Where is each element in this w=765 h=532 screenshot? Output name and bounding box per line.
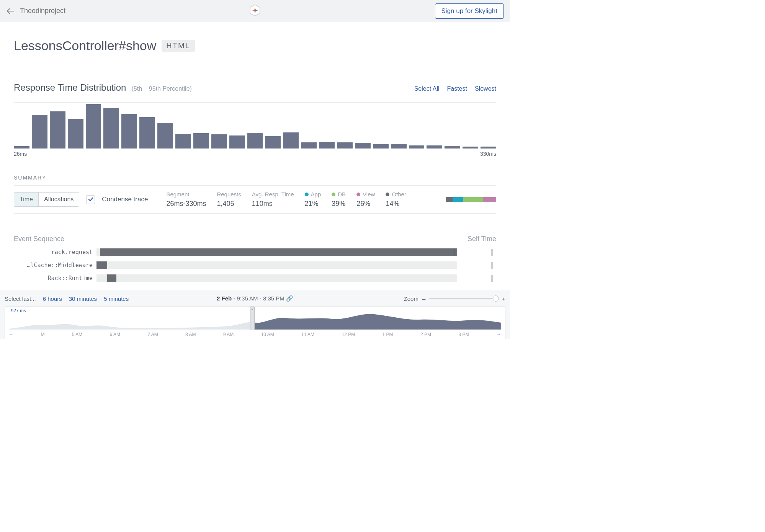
summary-stacked-bar bbox=[446, 197, 496, 202]
histogram-bar[interactable] bbox=[247, 133, 263, 149]
histogram-bar[interactable] bbox=[481, 147, 496, 149]
col-db-v: 39% bbox=[332, 200, 346, 208]
preset-5m[interactable]: 5 minutes bbox=[104, 295, 129, 302]
col-segment-h: Segment bbox=[166, 191, 206, 197]
histogram-bar[interactable] bbox=[50, 111, 65, 149]
timeline-tick: 8 AM bbox=[185, 332, 196, 337]
zoom-slider[interactable] bbox=[429, 298, 498, 299]
event-sequence-label: Event Sequence bbox=[14, 235, 64, 243]
distribution-heading: Response Time Distribution (5th – 95th P… bbox=[14, 82, 496, 93]
select-all-link[interactable]: Select All bbox=[414, 85, 440, 92]
histogram-bar[interactable] bbox=[68, 119, 83, 149]
summary-label: SUMMARY bbox=[14, 175, 496, 181]
histogram-bar[interactable] bbox=[283, 132, 299, 149]
histogram-bar[interactable] bbox=[463, 147, 478, 149]
histogram-bar[interactable] bbox=[319, 142, 335, 149]
histogram[interactable]: 26ms 330ms bbox=[14, 104, 496, 157]
timeline-right-arrow-icon[interactable]: → bbox=[497, 332, 501, 337]
timeline-sparkline[interactable]: 927 ms ← M5 AM6 AM7 AM8 AM9 AM10 AM11 AM… bbox=[5, 306, 505, 339]
col-view-h: View bbox=[363, 191, 375, 197]
histogram-bar[interactable] bbox=[86, 104, 101, 149]
zoom-in-button[interactable]: + bbox=[502, 295, 505, 302]
trace-row[interactable]: rack.request bbox=[14, 248, 496, 256]
timeline-tick: 5 AM bbox=[72, 332, 82, 337]
histogram-bar[interactable] bbox=[265, 136, 281, 149]
trace-bar bbox=[96, 248, 457, 256]
histogram-bar[interactable] bbox=[157, 123, 173, 149]
histogram-bar[interactable] bbox=[229, 135, 245, 149]
col-avg-v: 110ms bbox=[252, 200, 294, 208]
histogram-bar[interactable] bbox=[337, 142, 353, 149]
tab-allocations[interactable]: Allocations bbox=[38, 193, 79, 206]
histogram-bar[interactable] bbox=[32, 115, 47, 149]
histogram-bar[interactable] bbox=[391, 144, 407, 149]
condense-trace-label: Condense trace bbox=[102, 196, 148, 203]
signup-button[interactable]: Sign up for Skylight bbox=[435, 3, 504, 19]
histogram-bar[interactable] bbox=[427, 145, 442, 149]
col-requests-h: Requests bbox=[217, 191, 241, 197]
timeline-scrubber-handle[interactable] bbox=[250, 307, 255, 330]
trace-row[interactable]: …lCache::Middleware bbox=[14, 261, 496, 269]
trace-label: …lCache::Middleware bbox=[14, 262, 93, 269]
timeline-tick: 9 AM bbox=[223, 332, 234, 337]
timeline-tick: 12 PM bbox=[342, 332, 355, 337]
page-title: LessonsController#show bbox=[14, 38, 156, 53]
title-row: LessonsController#show HTML bbox=[14, 38, 496, 53]
histogram-bar[interactable] bbox=[301, 142, 317, 149]
self-time-indicator bbox=[488, 262, 496, 269]
histogram-bar[interactable] bbox=[139, 117, 155, 149]
histogram-bar[interactable] bbox=[355, 143, 371, 149]
histo-axis-max: 330ms bbox=[480, 151, 496, 157]
trace-label: rack.request bbox=[14, 249, 93, 256]
histogram-bar[interactable] bbox=[175, 134, 191, 149]
timeline-tick: 7 AM bbox=[147, 332, 158, 337]
timeline-tick: 6 AM bbox=[110, 332, 120, 337]
fastest-link[interactable]: Fastest bbox=[447, 85, 467, 92]
timeline-date: 2 Feb - 9:35 AM - 3:35 PM 🔗 bbox=[217, 295, 293, 302]
histogram-bar[interactable] bbox=[193, 133, 209, 149]
col-other-v: 14% bbox=[386, 200, 406, 208]
summary-row: Time Allocations Condense trace Segment2… bbox=[14, 185, 496, 214]
self-time-indicator bbox=[488, 275, 496, 282]
spark-y-label: 927 ms bbox=[7, 308, 26, 313]
timeline-tick: 2 PM bbox=[420, 332, 431, 337]
top-bar: Theodinproject Sign up for Skylight bbox=[0, 0, 510, 22]
app-name[interactable]: Theodinproject bbox=[20, 7, 65, 15]
time-allocations-toggle: Time Allocations bbox=[14, 192, 79, 207]
back-arrow-icon[interactable] bbox=[6, 7, 15, 15]
histogram-bar[interactable] bbox=[409, 145, 425, 149]
histo-axis-min: 26ms bbox=[14, 151, 27, 157]
timeline-tick: 10 AM bbox=[261, 332, 274, 337]
tab-time[interactable]: Time bbox=[14, 193, 38, 206]
histogram-bar[interactable] bbox=[373, 144, 389, 149]
timeline-left-arrow-icon[interactable]: ← bbox=[9, 332, 13, 337]
trace-bar bbox=[96, 274, 457, 282]
col-avg-h: Avg. Resp. Time bbox=[252, 191, 294, 197]
trace-bar bbox=[96, 261, 457, 269]
histogram-bar[interactable] bbox=[14, 146, 29, 149]
col-db-h: DB bbox=[338, 191, 346, 197]
histogram-bar[interactable] bbox=[121, 114, 137, 149]
distribution-title: Response Time Distribution bbox=[14, 82, 126, 93]
preset-30m[interactable]: 30 minutes bbox=[69, 295, 97, 302]
trace-row[interactable]: Rack::Runtime bbox=[14, 274, 496, 282]
self-time-indicator bbox=[488, 249, 496, 256]
distribution-subtitle: (5th – 95th Percentile) bbox=[131, 85, 191, 92]
condense-trace-checkbox[interactable] bbox=[86, 195, 95, 204]
slowest-link[interactable]: Slowest bbox=[475, 85, 496, 92]
select-last-label: Select last... bbox=[5, 295, 36, 302]
col-requests-v: 1,405 bbox=[217, 200, 241, 208]
zoom-out-button[interactable]: – bbox=[422, 295, 425, 302]
event-sequence-header: Event Sequence Self Time bbox=[14, 235, 496, 243]
timeline-tick: 3 PM bbox=[458, 332, 469, 337]
timeline-panel: Select last... 6 hours 30 minutes 5 minu… bbox=[0, 290, 510, 339]
col-other-h: Other bbox=[392, 191, 406, 197]
preset-6h[interactable]: 6 hours bbox=[43, 295, 62, 302]
timeline-tick: 11 AM bbox=[301, 332, 314, 337]
col-app-h: App bbox=[311, 191, 321, 197]
histogram-bar[interactable] bbox=[103, 108, 119, 149]
timeline-tick: M bbox=[41, 332, 44, 337]
histogram-bar[interactable] bbox=[211, 134, 227, 149]
skylight-logo-icon[interactable] bbox=[248, 4, 262, 18]
histogram-bar[interactable] bbox=[445, 146, 460, 149]
